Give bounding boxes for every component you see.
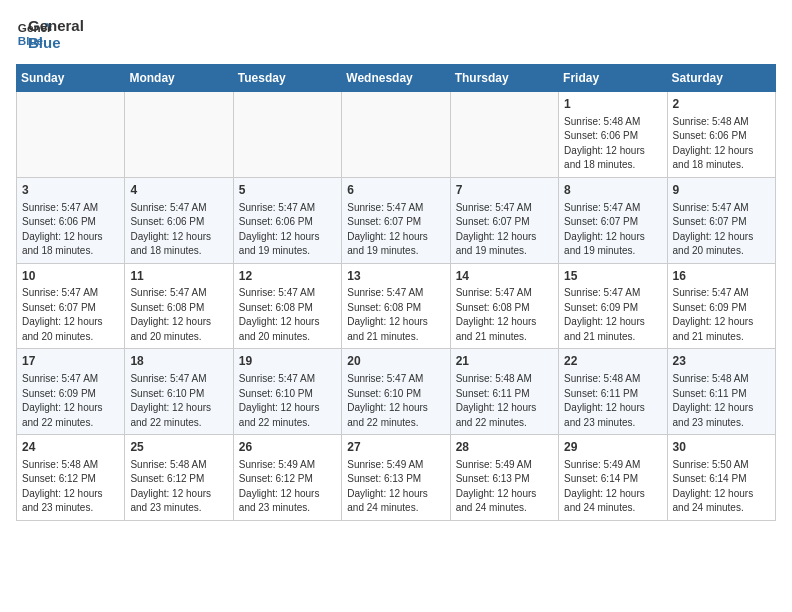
day-info: Sunrise: 5:49 AMSunset: 6:13 PMDaylight:… [347, 458, 444, 516]
day-number: 17 [22, 353, 119, 370]
calendar-cell: 5Sunrise: 5:47 AMSunset: 6:06 PMDaylight… [233, 177, 341, 263]
calendar-header-tuesday: Tuesday [233, 65, 341, 92]
calendar-cell: 18Sunrise: 5:47 AMSunset: 6:10 PMDayligh… [125, 349, 233, 435]
day-info: Sunrise: 5:47 AMSunset: 6:06 PMDaylight:… [22, 201, 119, 259]
day-info: Sunrise: 5:47 AMSunset: 6:08 PMDaylight:… [239, 286, 336, 344]
day-info: Sunrise: 5:48 AMSunset: 6:12 PMDaylight:… [130, 458, 227, 516]
day-number: 2 [673, 96, 770, 113]
day-number: 16 [673, 268, 770, 285]
calendar-week-5: 24Sunrise: 5:48 AMSunset: 6:12 PMDayligh… [17, 435, 776, 521]
calendar-cell: 13Sunrise: 5:47 AMSunset: 6:08 PMDayligh… [342, 263, 450, 349]
day-info: Sunrise: 5:49 AMSunset: 6:12 PMDaylight:… [239, 458, 336, 516]
calendar-cell: 21Sunrise: 5:48 AMSunset: 6:11 PMDayligh… [450, 349, 558, 435]
day-number: 12 [239, 268, 336, 285]
calendar-cell: 22Sunrise: 5:48 AMSunset: 6:11 PMDayligh… [559, 349, 667, 435]
calendar-cell [17, 92, 125, 178]
calendar-cell: 19Sunrise: 5:47 AMSunset: 6:10 PMDayligh… [233, 349, 341, 435]
calendar-cell [233, 92, 341, 178]
day-info: Sunrise: 5:50 AMSunset: 6:14 PMDaylight:… [673, 458, 770, 516]
calendar-cell: 4Sunrise: 5:47 AMSunset: 6:06 PMDaylight… [125, 177, 233, 263]
calendar-cell: 24Sunrise: 5:48 AMSunset: 6:12 PMDayligh… [17, 435, 125, 521]
calendar-cell: 10Sunrise: 5:47 AMSunset: 6:07 PMDayligh… [17, 263, 125, 349]
day-info: Sunrise: 5:47 AMSunset: 6:08 PMDaylight:… [456, 286, 553, 344]
calendar-cell: 30Sunrise: 5:50 AMSunset: 6:14 PMDayligh… [667, 435, 775, 521]
calendar-table: SundayMondayTuesdayWednesdayThursdayFrid… [16, 64, 776, 521]
day-info: Sunrise: 5:48 AMSunset: 6:11 PMDaylight:… [564, 372, 661, 430]
calendar-header-row: SundayMondayTuesdayWednesdayThursdayFrid… [17, 65, 776, 92]
day-number: 27 [347, 439, 444, 456]
calendar-cell: 25Sunrise: 5:48 AMSunset: 6:12 PMDayligh… [125, 435, 233, 521]
calendar-header-sunday: Sunday [17, 65, 125, 92]
calendar-header-wednesday: Wednesday [342, 65, 450, 92]
calendar-cell: 29Sunrise: 5:49 AMSunset: 6:14 PMDayligh… [559, 435, 667, 521]
calendar-week-2: 3Sunrise: 5:47 AMSunset: 6:06 PMDaylight… [17, 177, 776, 263]
calendar-week-3: 10Sunrise: 5:47 AMSunset: 6:07 PMDayligh… [17, 263, 776, 349]
calendar-cell: 9Sunrise: 5:47 AMSunset: 6:07 PMDaylight… [667, 177, 775, 263]
day-info: Sunrise: 5:47 AMSunset: 6:09 PMDaylight:… [22, 372, 119, 430]
day-number: 11 [130, 268, 227, 285]
calendar-cell [342, 92, 450, 178]
day-info: Sunrise: 5:48 AMSunset: 6:11 PMDaylight:… [673, 372, 770, 430]
calendar-cell: 26Sunrise: 5:49 AMSunset: 6:12 PMDayligh… [233, 435, 341, 521]
calendar-week-1: 1Sunrise: 5:48 AMSunset: 6:06 PMDaylight… [17, 92, 776, 178]
page-header: General Blue General Blue [16, 16, 776, 52]
calendar-cell: 27Sunrise: 5:49 AMSunset: 6:13 PMDayligh… [342, 435, 450, 521]
calendar-cell: 11Sunrise: 5:47 AMSunset: 6:08 PMDayligh… [125, 263, 233, 349]
day-number: 9 [673, 182, 770, 199]
calendar-week-4: 17Sunrise: 5:47 AMSunset: 6:09 PMDayligh… [17, 349, 776, 435]
logo-blue: Blue [28, 34, 84, 51]
day-info: Sunrise: 5:47 AMSunset: 6:09 PMDaylight:… [564, 286, 661, 344]
day-number: 15 [564, 268, 661, 285]
day-number: 13 [347, 268, 444, 285]
day-info: Sunrise: 5:47 AMSunset: 6:08 PMDaylight:… [347, 286, 444, 344]
day-number: 24 [22, 439, 119, 456]
day-number: 14 [456, 268, 553, 285]
calendar-cell: 16Sunrise: 5:47 AMSunset: 6:09 PMDayligh… [667, 263, 775, 349]
day-info: Sunrise: 5:47 AMSunset: 6:06 PMDaylight:… [239, 201, 336, 259]
day-info: Sunrise: 5:48 AMSunset: 6:06 PMDaylight:… [564, 115, 661, 173]
day-info: Sunrise: 5:48 AMSunset: 6:06 PMDaylight:… [673, 115, 770, 173]
day-number: 6 [347, 182, 444, 199]
day-info: Sunrise: 5:49 AMSunset: 6:14 PMDaylight:… [564, 458, 661, 516]
day-number: 26 [239, 439, 336, 456]
day-number: 4 [130, 182, 227, 199]
calendar-cell: 20Sunrise: 5:47 AMSunset: 6:10 PMDayligh… [342, 349, 450, 435]
calendar-cell: 23Sunrise: 5:48 AMSunset: 6:11 PMDayligh… [667, 349, 775, 435]
day-number: 8 [564, 182, 661, 199]
calendar-cell: 7Sunrise: 5:47 AMSunset: 6:07 PMDaylight… [450, 177, 558, 263]
day-info: Sunrise: 5:48 AMSunset: 6:11 PMDaylight:… [456, 372, 553, 430]
day-number: 5 [239, 182, 336, 199]
calendar-cell: 2Sunrise: 5:48 AMSunset: 6:06 PMDaylight… [667, 92, 775, 178]
calendar-header-friday: Friday [559, 65, 667, 92]
day-number: 19 [239, 353, 336, 370]
day-number: 21 [456, 353, 553, 370]
calendar-cell [450, 92, 558, 178]
day-number: 7 [456, 182, 553, 199]
day-info: Sunrise: 5:47 AMSunset: 6:07 PMDaylight:… [673, 201, 770, 259]
calendar-cell: 6Sunrise: 5:47 AMSunset: 6:07 PMDaylight… [342, 177, 450, 263]
day-number: 22 [564, 353, 661, 370]
day-info: Sunrise: 5:47 AMSunset: 6:07 PMDaylight:… [347, 201, 444, 259]
day-number: 1 [564, 96, 661, 113]
day-number: 20 [347, 353, 444, 370]
day-info: Sunrise: 5:48 AMSunset: 6:12 PMDaylight:… [22, 458, 119, 516]
day-info: Sunrise: 5:47 AMSunset: 6:07 PMDaylight:… [22, 286, 119, 344]
day-number: 23 [673, 353, 770, 370]
calendar-header-thursday: Thursday [450, 65, 558, 92]
calendar-cell: 15Sunrise: 5:47 AMSunset: 6:09 PMDayligh… [559, 263, 667, 349]
day-number: 3 [22, 182, 119, 199]
calendar-cell: 12Sunrise: 5:47 AMSunset: 6:08 PMDayligh… [233, 263, 341, 349]
logo-general: General [28, 17, 84, 34]
calendar-header-monday: Monday [125, 65, 233, 92]
day-number: 28 [456, 439, 553, 456]
day-info: Sunrise: 5:47 AMSunset: 6:08 PMDaylight:… [130, 286, 227, 344]
calendar-cell: 3Sunrise: 5:47 AMSunset: 6:06 PMDaylight… [17, 177, 125, 263]
calendar-cell: 8Sunrise: 5:47 AMSunset: 6:07 PMDaylight… [559, 177, 667, 263]
calendar-cell [125, 92, 233, 178]
logo: General Blue General Blue [16, 16, 84, 52]
day-info: Sunrise: 5:47 AMSunset: 6:10 PMDaylight:… [347, 372, 444, 430]
day-number: 29 [564, 439, 661, 456]
calendar-cell: 28Sunrise: 5:49 AMSunset: 6:13 PMDayligh… [450, 435, 558, 521]
day-number: 30 [673, 439, 770, 456]
day-number: 25 [130, 439, 227, 456]
